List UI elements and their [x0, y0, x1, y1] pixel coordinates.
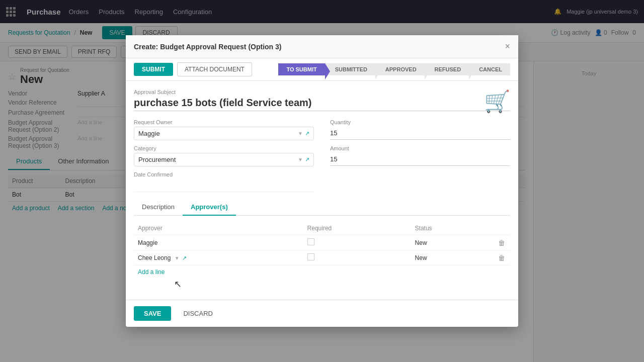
- status-pipeline: TO SUBMIT SUBMITTED APPROVED REFUSED CAN…: [278, 63, 510, 75]
- request-owner-value[interactable]: Maggie: [138, 130, 298, 137]
- approver-col-approver: Approver: [134, 222, 303, 235]
- approver-col-required: Required: [303, 222, 411, 235]
- status-to-submit[interactable]: TO SUBMIT: [278, 63, 325, 75]
- request-owner-label: Request Owner: [134, 119, 314, 125]
- approval-subject-label: Approval Subject: [134, 89, 510, 95]
- status-refused[interactable]: REFUSED: [425, 63, 469, 75]
- required-checkbox-1[interactable]: [307, 238, 314, 245]
- tab-description[interactable]: Description: [134, 199, 183, 216]
- amount-field: Amount 15: [330, 145, 510, 166]
- approver-status-1: New: [411, 235, 494, 250]
- approver-row-2: Chee Leong ▼ ↗ New 🗑: [134, 250, 510, 265]
- cart-icon: 🛒: [484, 89, 510, 114]
- approver-table: Approver Required Status Maggie New 🗑: [134, 222, 510, 265]
- approver-required-2: [303, 250, 411, 265]
- modal-body: Approval Subject purchase 15 bots (field…: [126, 81, 518, 300]
- status-submitted[interactable]: SUBMITTED: [325, 63, 375, 75]
- approver-name-2[interactable]: Chee Leong ▼ ↗: [134, 250, 303, 265]
- quantity-value[interactable]: 15: [330, 129, 337, 137]
- approver-row-1: Maggie New 🗑: [134, 235, 510, 250]
- category-label: Category: [134, 145, 314, 151]
- status-approved[interactable]: APPROVED: [375, 63, 425, 75]
- cursor-area: ↖: [134, 279, 510, 294]
- modal-overlay: Create: Budget Approval Request (Option …: [0, 0, 644, 362]
- date-confirmed-field: Date Confirmed: [134, 171, 314, 192]
- request-owner-link[interactable]: ↗: [305, 130, 309, 137]
- required-checkbox-2[interactable]: [307, 253, 314, 260]
- request-owner-dropdown[interactable]: ▼: [298, 131, 303, 136]
- status-cancel[interactable]: CANCEL: [469, 63, 510, 75]
- modal-footer: SAVE DISCARD: [126, 300, 518, 327]
- category-link[interactable]: ↗: [305, 156, 309, 163]
- category-value[interactable]: Procurement: [138, 156, 298, 163]
- date-confirmed-label: Date Confirmed: [134, 171, 314, 177]
- add-approver-line[interactable]: Add a line: [134, 265, 510, 279]
- modal-status-bar: SUBMIT ATTACH DOCUMENT TO SUBMIT SUBMITT…: [126, 58, 518, 81]
- approver-link-2[interactable]: ↗: [182, 255, 187, 261]
- approver-name-1[interactable]: Maggie: [134, 235, 303, 250]
- delete-approver-2[interactable]: 🗑: [498, 254, 505, 262]
- approver-status-2: New: [411, 250, 494, 265]
- modal-title: Create: Budget Approval Request (Option …: [134, 43, 282, 51]
- request-owner-field: Request Owner Maggie ▼ ↗: [134, 119, 314, 140]
- approver-col-status: Status: [411, 222, 494, 235]
- modal-attach-button[interactable]: ATTACH DOCUMENT: [177, 62, 252, 76]
- approver-dropdown-2[interactable]: ▼: [175, 255, 180, 261]
- modal-submit-button[interactable]: SUBMIT: [134, 63, 173, 76]
- modal-close-button[interactable]: ×: [505, 41, 510, 52]
- tab-approvers[interactable]: Approver(s): [183, 199, 236, 216]
- amount-value[interactable]: 15: [330, 155, 337, 163]
- category-dropdown[interactable]: ▼: [298, 157, 303, 162]
- quantity-field: Quantity 15: [330, 119, 510, 140]
- modal: Create: Budget Approval Request (Option …: [126, 35, 518, 327]
- approver-col-actions: [494, 222, 510, 235]
- quantity-label: Quantity: [330, 119, 510, 125]
- modal-save-button[interactable]: SAVE: [134, 306, 171, 321]
- delete-approver-1[interactable]: 🗑: [498, 239, 505, 247]
- modal-tabs: Description Approver(s): [134, 199, 510, 216]
- approver-required-1: [303, 235, 411, 250]
- modal-discard-button[interactable]: DISCARD: [175, 306, 221, 321]
- modal-header: Create: Budget Approval Request (Option …: [126, 35, 518, 58]
- amount-label: Amount: [330, 145, 510, 151]
- cursor-pointer: ↖: [174, 279, 182, 290]
- category-field: Category Procurement ▼ ↗: [134, 145, 314, 166]
- approval-subject-text[interactable]: purchase 15 bots (field Service team): [134, 97, 510, 111]
